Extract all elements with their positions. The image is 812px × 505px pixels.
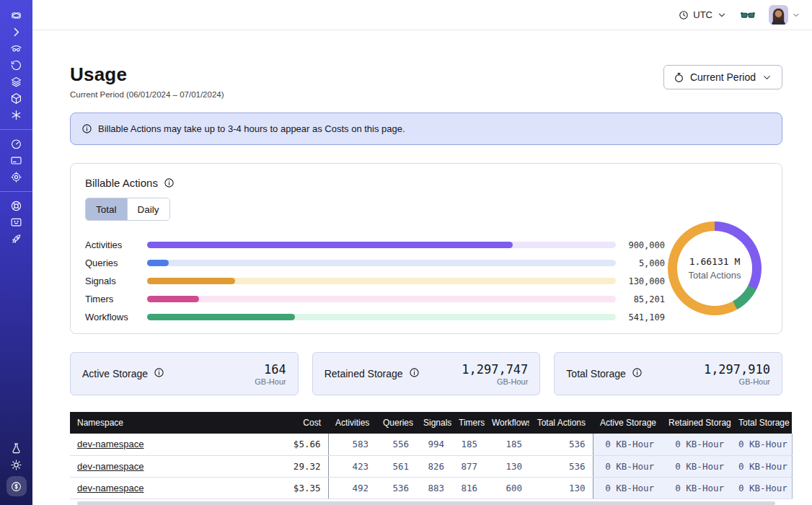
donut-center: 1.66131 M Total Actions — [677, 231, 752, 306]
table-cell: 185 — [451, 434, 485, 455]
storage-summary-row: Active Storage164GB-HourRetained Storage… — [70, 352, 782, 395]
storage-card-value: 1,297,910 — [704, 362, 770, 377]
history-icon[interactable] — [4, 57, 28, 74]
avatar — [769, 5, 788, 25]
bar-label: Queries — [85, 258, 136, 268]
table-cell: 0 KB-Hour — [661, 477, 731, 499]
table-cell: 536 — [376, 477, 416, 499]
incognito-icon[interactable] — [4, 40, 28, 57]
credit-card-icon[interactable] — [4, 152, 28, 169]
bar-fill — [147, 314, 295, 320]
storage-card-value: 164 — [255, 362, 286, 377]
column-header[interactable]: Total Actions — [529, 412, 593, 434]
gear-icon[interactable] — [4, 169, 28, 185]
tab-total[interactable]: Total — [86, 198, 127, 220]
info-banner: Billable Actions may take up to 3-4 hour… — [70, 113, 782, 145]
bar-label: Workflows — [85, 312, 136, 322]
storage-card-value-wrap: 1,297,747GB-Hour — [462, 362, 528, 386]
column-header[interactable]: Total Storage — [731, 412, 792, 434]
bar-fill — [147, 242, 513, 248]
storage-card: Total Storage1,297,910GB-Hour — [554, 352, 782, 395]
column-header[interactable]: Namespace — [70, 412, 250, 434]
bar-value: 900,000 — [620, 240, 665, 250]
storage-card-unit: GB-Hour — [255, 377, 286, 386]
table-cell: 994 — [416, 434, 451, 455]
chevron-down-icon — [792, 11, 800, 19]
column-header[interactable]: Timers — [451, 412, 485, 434]
namespace-usage-table-wrap: NamespaceCostActivitiesQueriesSignalsTim… — [70, 412, 782, 505]
column-header[interactable]: Active Storage — [593, 412, 661, 434]
sidebar — [0, 0, 32, 505]
tab-daily[interactable]: Daily — [127, 198, 169, 220]
horizontal-scrollbar[interactable] — [77, 501, 775, 505]
table-cell: 583 — [328, 434, 376, 455]
table-cell: $5.66 — [250, 434, 328, 455]
column-header[interactable]: Queries — [376, 412, 416, 434]
info-icon[interactable] — [164, 177, 175, 188]
period-selector-button[interactable]: Current Period — [663, 65, 782, 89]
table-cell: 826 — [416, 455, 451, 477]
table-cell: 0 KB-Hour — [661, 434, 731, 455]
cube-icon[interactable] — [4, 90, 28, 107]
monitor-icon[interactable] — [4, 214, 28, 231]
chevron-right-icon[interactable] — [4, 24, 28, 40]
bar-track — [147, 278, 616, 284]
storage-card-value-wrap: 1,297,910GB-Hour — [704, 362, 770, 386]
table-cell: dev-namespace — [70, 434, 250, 455]
table-cell: 185 — [485, 434, 529, 455]
bar-track — [147, 242, 616, 248]
column-header[interactable]: Workflows — [485, 412, 529, 434]
bar-label: Activities — [85, 240, 136, 250]
period-selector-label: Current Period — [690, 71, 756, 83]
table-cell: 556 — [376, 434, 416, 455]
table-cell: 0 KB-Hour — [731, 477, 792, 499]
bar-value: 541,109 — [620, 312, 665, 322]
usage-page: Usage Current Period (06/01/2024 – 07/01… — [32, 30, 812, 505]
info-icon[interactable] — [632, 367, 643, 380]
bar-track — [147, 314, 616, 320]
stopwatch-icon — [674, 72, 684, 83]
bar-row: Timers85,201 — [85, 290, 666, 308]
gauge-icon[interactable] — [4, 136, 28, 152]
billable-actions-title: Billable Actions — [85, 177, 767, 189]
bar-row: Activities900,000 — [85, 236, 666, 254]
column-header[interactable]: Retained Storage — [661, 412, 731, 434]
namespace-link[interactable]: dev-namespace — [77, 483, 144, 493]
temporal-logo-icon[interactable] — [4, 7, 28, 24]
table-cell: 0 KB-Hour — [593, 455, 661, 477]
table-cell: 536 — [529, 434, 593, 455]
table-cell: 600 — [485, 477, 529, 499]
bar-value: 5,000 — [620, 258, 665, 268]
storage-card-unit: GB-Hour — [704, 377, 770, 386]
info-icon[interactable] — [154, 367, 164, 380]
sun-icon[interactable] — [4, 457, 28, 473]
rocket-icon[interactable] — [4, 231, 28, 247]
lifebuoy-icon[interactable] — [4, 198, 28, 214]
chevron-down-icon — [717, 10, 727, 20]
column-header[interactable]: Activities — [328, 412, 376, 434]
dollar-coin-icon[interactable] — [6, 476, 27, 496]
column-header[interactable]: Signals — [416, 412, 451, 434]
asterisk-icon[interactable] — [4, 107, 28, 123]
timezone-dropdown[interactable]: UTC — [679, 9, 727, 20]
column-header[interactable]: Cost — [250, 412, 328, 434]
bar-label: Signals — [85, 276, 136, 286]
glasses-icon[interactable] — [740, 7, 756, 23]
total-daily-tabs: TotalDaily — [85, 198, 170, 221]
table-cell: 816 — [451, 477, 485, 499]
namespace-link[interactable]: dev-namespace — [77, 439, 144, 449]
billable-actions-title-text: Billable Actions — [85, 177, 158, 189]
info-icon[interactable] — [409, 367, 420, 380]
table-cell: 130 — [529, 477, 593, 499]
namespace-usage-table: NamespaceCostActivitiesQueriesSignalsTim… — [70, 412, 793, 499]
namespace-link[interactable]: dev-namespace — [77, 461, 144, 472]
table-header-row: NamespaceCostActivitiesQueriesSignalsTim… — [70, 412, 792, 434]
table-cell: dev-namespace — [70, 477, 250, 499]
bar-label: Timers — [85, 294, 136, 304]
layers-icon[interactable] — [4, 74, 28, 90]
flask-icon[interactable] — [4, 440, 28, 457]
page-title: Usage — [70, 63, 224, 86]
user-menu[interactable] — [769, 5, 800, 25]
table-cell: $3.35 — [250, 477, 328, 499]
table-cell: 130 — [485, 455, 529, 477]
